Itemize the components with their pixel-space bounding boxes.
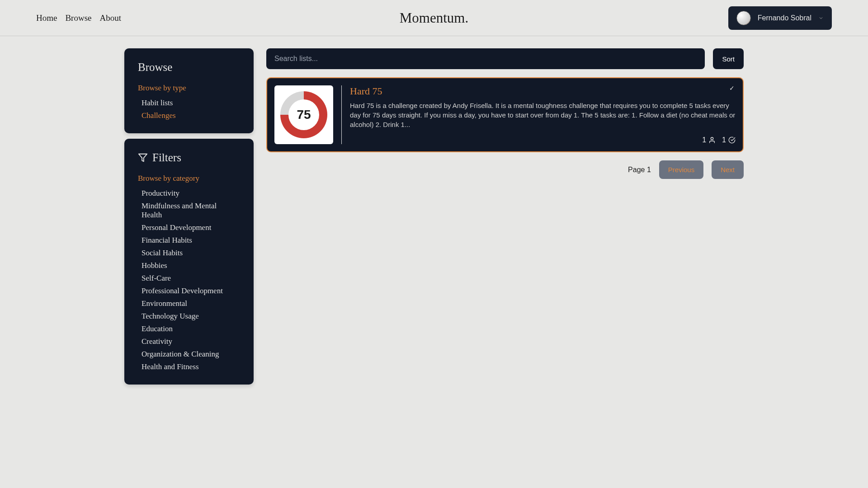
svg-point-1 xyxy=(711,137,713,140)
category-environmental[interactable]: Environmental xyxy=(138,299,240,309)
next-button[interactable]: Next xyxy=(712,160,744,179)
category-self-care[interactable]: Self-Care xyxy=(138,273,240,283)
user-icon xyxy=(708,136,716,144)
filters-title: Filters xyxy=(152,151,181,164)
challenge-badge-number: 75 xyxy=(288,99,319,130)
divider xyxy=(341,85,342,144)
type-challenges[interactable]: Challenges xyxy=(138,111,240,121)
app-logo[interactable]: Momentum. xyxy=(400,10,468,26)
svg-marker-0 xyxy=(139,154,147,162)
category-health-fitness[interactable]: Health and Fitness xyxy=(138,362,240,372)
category-technology[interactable]: Technology Usage xyxy=(138,311,240,321)
user-name-label: Fernando Sobral xyxy=(758,14,811,22)
filter-icon xyxy=(138,153,148,163)
category-financial[interactable]: Financial Habits xyxy=(138,235,240,245)
filters-card: Filters Browse by category Productivity … xyxy=(124,139,254,385)
challenge-card[interactable]: ✓ 75 Hard 75 Hard 75 is a challenge crea… xyxy=(266,77,744,152)
check-circle-icon xyxy=(728,136,736,144)
browse-title: Browse xyxy=(138,61,240,74)
category-social[interactable]: Social Habits xyxy=(138,248,240,258)
chevron-down-icon xyxy=(818,15,824,21)
browse-by-type-label: Browse by type xyxy=(138,84,240,93)
sort-button[interactable]: Sort xyxy=(713,48,744,69)
nav-about[interactable]: About xyxy=(100,13,122,23)
challenge-title: Hard 75 xyxy=(350,85,736,97)
category-education[interactable]: Education xyxy=(138,324,240,334)
page-label: Page 1 xyxy=(628,166,651,174)
completed-count: 1 xyxy=(722,136,726,144)
type-habit-lists[interactable]: Habit lists xyxy=(138,98,240,108)
avatar xyxy=(736,11,751,25)
browse-card: Browse Browse by type Habit lists Challe… xyxy=(124,48,254,133)
category-mindfulness[interactable]: Mindfulness and Mental Health xyxy=(138,201,240,220)
category-hobbies[interactable]: Hobbies xyxy=(138,261,240,271)
category-personal-dev[interactable]: Personal Development xyxy=(138,223,240,233)
nav-browse[interactable]: Browse xyxy=(65,13,91,23)
browse-by-category-label: Browse by category xyxy=(138,174,240,183)
category-creativity[interactable]: Creativity xyxy=(138,337,240,347)
category-organization[interactable]: Organization & Cleaning xyxy=(138,349,240,359)
challenge-description: Hard 75 is a challenge created by Andy F… xyxy=(350,101,736,129)
challenge-image: 75 xyxy=(274,85,333,144)
category-productivity[interactable]: Productivity xyxy=(138,188,240,198)
previous-button[interactable]: Previous xyxy=(659,160,703,179)
check-icon: ✓ xyxy=(729,84,735,92)
nav-home[interactable]: Home xyxy=(36,13,57,23)
user-menu[interactable]: Fernando Sobral xyxy=(728,6,832,30)
search-input[interactable] xyxy=(266,48,705,69)
category-professional-dev[interactable]: Professional Development xyxy=(138,286,240,296)
users-count: 1 xyxy=(702,136,706,144)
